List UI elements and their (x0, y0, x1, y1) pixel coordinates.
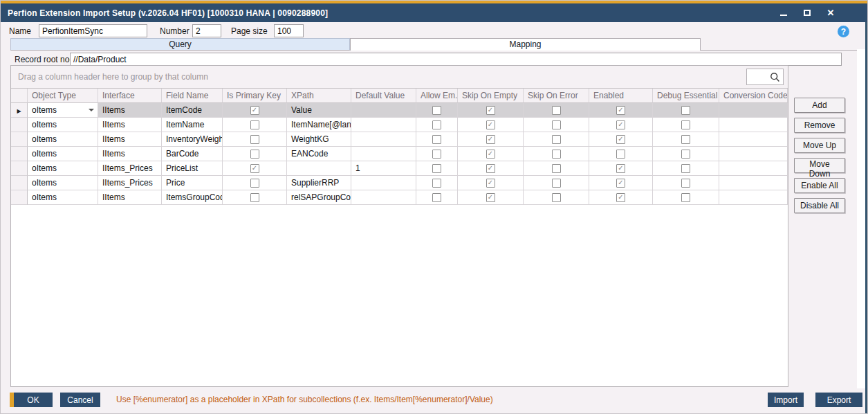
row-indicator-cell[interactable] (11, 176, 28, 190)
enabled-checkbox[interactable]: ✓ (616, 135, 625, 144)
grid-cell-object-type[interactable]: oItems (28, 118, 98, 132)
skip-on-empty-checkbox[interactable]: ✓ (486, 150, 495, 159)
enabled-checkbox[interactable]: ✓ (616, 179, 625, 188)
column-header-enabled[interactable]: Enabled (589, 89, 653, 103)
grid-cell-skip-on-error[interactable] (524, 161, 589, 176)
grid-cell-debug-essential[interactable] (653, 132, 719, 147)
grid-cell-enabled[interactable]: ✓ (589, 161, 653, 176)
grid-cell-object-type[interactable]: oItems (28, 132, 98, 147)
grid-cell-enabled[interactable]: ✓ (589, 132, 653, 147)
grid-cell-field-name[interactable]: ItemsGroupCode (162, 190, 223, 205)
grid-cell-debug-essential[interactable] (653, 118, 719, 132)
grid-cell-interface[interactable]: IItems (98, 147, 162, 161)
maximize-icon[interactable] (802, 8, 812, 18)
debug-essential-checkbox[interactable] (681, 106, 690, 115)
grid-cell-allow-empty[interactable] (416, 176, 458, 190)
grid-cell-conversion-code[interactable] (719, 103, 788, 118)
column-header-is-primary-key[interactable]: Is Primary Key (223, 89, 287, 103)
skip-on-empty-checkbox[interactable]: ✓ (486, 164, 495, 173)
grid-cell-xpath[interactable]: relSAPGroupCode (287, 190, 351, 205)
grid-cell-xpath[interactable]: WeightKG (287, 132, 351, 147)
debug-essential-checkbox[interactable] (681, 150, 690, 159)
table-row[interactable]: oItemsIItemsItemsGroupCoderelSAPGroupCod… (11, 190, 788, 205)
grid-cell-object-type[interactable]: oItems (28, 176, 98, 190)
skip-on-error-checkbox[interactable] (552, 120, 561, 129)
allow-empty-checkbox[interactable] (432, 135, 441, 144)
grid-cell-is-primary-key[interactable] (223, 147, 287, 161)
grid-cell-allow-empty[interactable] (416, 190, 458, 205)
enable-all-button[interactable]: Enable All (794, 178, 845, 193)
allow-empty-checkbox[interactable] (432, 164, 441, 173)
grid-cell-xpath[interactable]: SupplierRRP (287, 176, 351, 190)
is-primary-key-checkbox[interactable] (250, 179, 259, 188)
column-header-debug-essential[interactable]: Debug Essential (653, 89, 719, 103)
grid-cell-conversion-code[interactable] (719, 161, 788, 176)
grid-cell-is-primary-key[interactable] (223, 176, 287, 190)
grid-cell-skip-on-error[interactable] (524, 103, 589, 118)
row-indicator-cell[interactable] (11, 132, 28, 147)
column-header-object-type[interactable]: Object Type (28, 89, 98, 103)
is-primary-key-checkbox[interactable] (250, 135, 259, 144)
grid-cell-default-value[interactable] (351, 132, 416, 147)
grid-search-input[interactable] (746, 69, 784, 85)
move-down-button[interactable]: Move Down (794, 158, 845, 173)
allow-empty-checkbox[interactable] (432, 150, 441, 159)
is-primary-key-checkbox[interactable]: ✓ (250, 106, 259, 115)
skip-on-empty-checkbox[interactable]: ✓ (486, 135, 495, 144)
grid-cell-is-primary-key[interactable]: ✓ (223, 103, 287, 118)
grid-cell-skip-on-empty[interactable]: ✓ (458, 176, 524, 190)
column-header-skip-on-empty[interactable]: Skip On Empty (458, 89, 524, 103)
grid-cell-default-value[interactable] (351, 190, 416, 205)
grid-cell-default-value[interactable] (351, 118, 416, 132)
enabled-checkbox[interactable]: ✓ (616, 120, 625, 129)
grid-cell-interface[interactable]: IItems (98, 118, 162, 132)
grid-cell-conversion-code[interactable] (719, 176, 788, 190)
number-input[interactable] (192, 24, 221, 37)
grid-cell-interface[interactable]: IItems (98, 103, 162, 118)
is-primary-key-checkbox[interactable]: ✓ (250, 164, 259, 173)
grid-cell-skip-on-empty[interactable]: ✓ (458, 132, 524, 147)
grid-cell-skip-on-error[interactable] (524, 118, 589, 132)
skip-on-empty-checkbox[interactable]: ✓ (486, 120, 495, 129)
close-icon[interactable]: ✕ (826, 8, 835, 18)
column-header-interface[interactable]: Interface (98, 89, 162, 103)
row-indicator-cell[interactable] (11, 161, 28, 176)
grid-cell-conversion-code[interactable] (719, 190, 788, 205)
help-icon[interactable]: ? (838, 26, 849, 37)
debug-essential-checkbox[interactable] (681, 135, 690, 144)
grid-cell-debug-essential[interactable] (653, 190, 719, 205)
grid-cell-default-value[interactable] (351, 176, 416, 190)
is-primary-key-checkbox[interactable] (250, 120, 259, 129)
grid-cell-enabled[interactable]: ✓ (589, 118, 653, 132)
row-indicator-cell[interactable]: ▶ (11, 103, 28, 118)
grid-cell-xpath[interactable]: Value (287, 103, 351, 118)
grid-cell-default-value[interactable] (351, 103, 416, 118)
row-indicator-cell[interactable] (11, 118, 28, 132)
tab-mapping[interactable]: Mapping (350, 38, 701, 51)
grid-cell-debug-essential[interactable] (653, 161, 719, 176)
cancel-button[interactable]: Cancel (60, 393, 100, 407)
debug-essential-checkbox[interactable] (681, 164, 690, 173)
grid-cell-allow-empty[interactable] (416, 118, 458, 132)
grid-cell-xpath[interactable]: EANCode (287, 147, 351, 161)
grid-cell-interface[interactable]: IItems (98, 132, 162, 147)
grid-cell-field-name[interactable]: Price (162, 176, 223, 190)
dropdown-arrow-icon[interactable] (89, 109, 94, 111)
skip-on-error-checkbox[interactable] (552, 150, 561, 159)
grid-cell-is-primary-key[interactable] (223, 132, 287, 147)
remove-button[interactable]: Remove (794, 118, 845, 133)
grid-cell-enabled[interactable]: ✓ (589, 103, 653, 118)
grid-cell-xpath[interactable] (287, 161, 351, 176)
group-by-panel[interactable]: Drag a column header here to group by th… (11, 66, 788, 89)
grid-cell-field-name[interactable]: InventoryWeight (162, 132, 223, 147)
disable-all-button[interactable]: Disable All (794, 198, 845, 213)
grid-cell-debug-essential[interactable] (653, 103, 719, 118)
grid-cell-default-value[interactable]: 1 (351, 161, 416, 176)
grid-cell-interface[interactable]: IItems_Prices (98, 161, 162, 176)
grid-cell-is-primary-key[interactable]: ✓ (223, 161, 287, 176)
table-row[interactable]: oItemsIItems_PricesPriceList✓1✓✓ (11, 161, 788, 176)
grid-cell-skip-on-error[interactable] (524, 176, 589, 190)
grid-cell-interface[interactable]: IItems (98, 190, 162, 205)
skip-on-empty-checkbox[interactable]: ✓ (486, 179, 495, 188)
grid-cell-skip-on-empty[interactable]: ✓ (458, 147, 524, 161)
